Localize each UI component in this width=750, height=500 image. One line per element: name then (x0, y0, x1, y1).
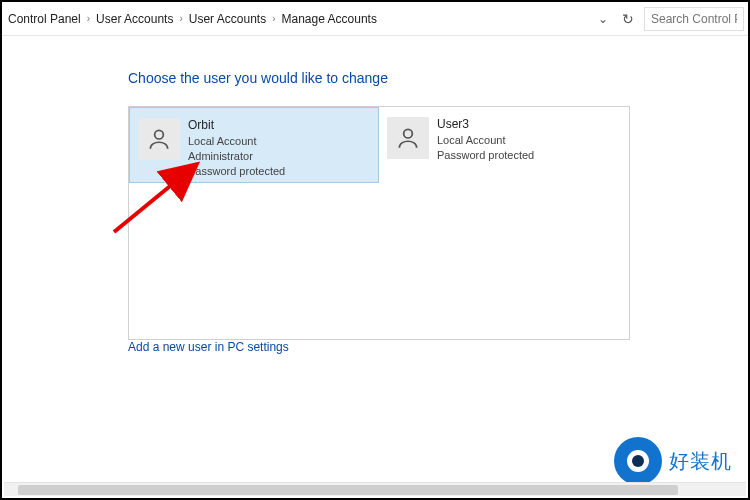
crumb-manage-accounts[interactable]: Manage Accounts (282, 12, 377, 26)
breadcrumb[interactable]: Control Panel › User Accounts › User Acc… (6, 12, 588, 26)
search-input[interactable] (644, 7, 744, 31)
watermark: 好装机 (617, 440, 732, 482)
watermark-text: 好装机 (669, 448, 732, 475)
account-text: Orbit Local Account Administrator Passwo… (188, 118, 285, 179)
account-name: Orbit (188, 118, 285, 132)
account-meta-line: Local Account (437, 133, 534, 148)
crumb-control-panel[interactable]: Control Panel (8, 12, 81, 26)
user-icon (395, 125, 421, 151)
address-bar: Control Panel › User Accounts › User Acc… (2, 2, 748, 36)
account-card-orbit[interactable]: Orbit Local Account Administrator Passwo… (129, 107, 379, 183)
chevron-right-icon: › (87, 13, 90, 24)
svg-point-0 (155, 130, 164, 139)
account-meta-line: Administrator (188, 149, 285, 164)
crumb-user-accounts-2[interactable]: User Accounts (189, 12, 266, 26)
accounts-container: Orbit Local Account Administrator Passwo… (128, 106, 630, 340)
crumb-user-accounts-1[interactable]: User Accounts (96, 12, 173, 26)
scrollbar-thumb[interactable] (18, 485, 678, 495)
page-title: Choose the user you would like to change (128, 70, 748, 86)
chevron-down-icon[interactable]: ⌄ (598, 12, 608, 26)
chevron-right-icon: › (179, 13, 182, 24)
account-meta-line: Password protected (437, 148, 534, 163)
svg-point-1 (404, 129, 413, 138)
account-name: User3 (437, 117, 534, 131)
account-meta-line: Password protected (188, 164, 285, 179)
account-card-user3[interactable]: User3 Local Account Password protected (379, 107, 629, 179)
horizontal-scrollbar[interactable] (4, 482, 746, 496)
account-text: User3 Local Account Password protected (437, 117, 534, 163)
watermark-logo-icon (617, 440, 659, 482)
refresh-icon[interactable]: ↻ (622, 11, 634, 27)
content-area: Choose the user you would like to change… (2, 36, 748, 354)
account-meta-line: Local Account (188, 134, 285, 149)
add-user-link[interactable]: Add a new user in PC settings (128, 340, 289, 354)
chevron-right-icon: › (272, 13, 275, 24)
user-icon (146, 126, 172, 152)
avatar (138, 118, 180, 160)
avatar (387, 117, 429, 159)
